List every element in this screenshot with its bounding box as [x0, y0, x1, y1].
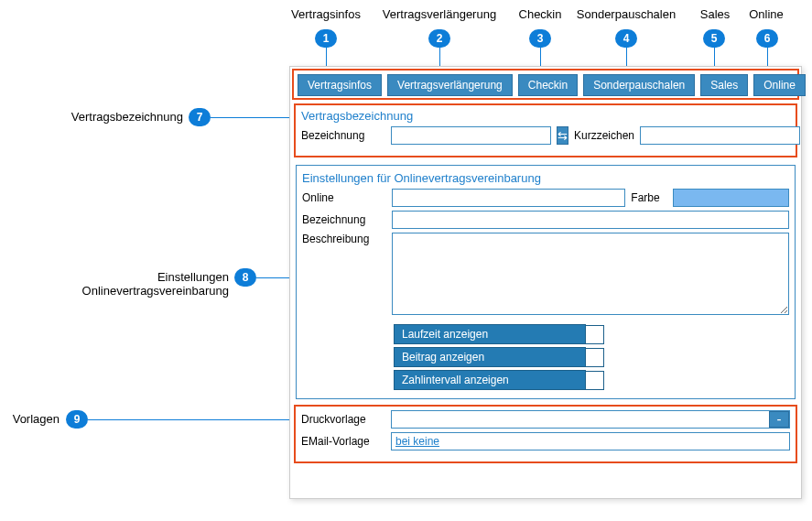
callout-4-label: Sonderpauschalen [571, 7, 681, 21]
input-bezeichnung-2[interactable] [392, 211, 789, 229]
callout-8-bubble: 8 [234, 268, 256, 287]
tab-vertragsverlaengerung[interactable]: Vertragsverlängerung [387, 74, 513, 96]
label-online: Online [302, 191, 386, 204]
callout-2-bubble: 2 [428, 29, 450, 48]
tab-bar: Vertragsinfos Vertragsverlängerung Check… [292, 69, 799, 100]
swap-icon: ⇆ [558, 129, 568, 143]
callout-7-line [211, 117, 289, 118]
tab-vertragsinfos[interactable]: Vertragsinfos [298, 74, 382, 96]
input-online[interactable] [392, 189, 625, 207]
label-beschreibung: Beschreibung [302, 233, 386, 245]
email-vorlage-value[interactable]: bei keine [395, 435, 439, 448]
section-title-einstellungen: Einstellungen für Onlinevertragsvereinba… [302, 171, 789, 185]
callout-6-label: Online [743, 7, 789, 21]
toggle-beitrag: Beitrag anzeigen [394, 347, 604, 367]
toggle-laufzeit: Laufzeit anzeigen [394, 324, 604, 344]
toggle-laufzeit-checkbox[interactable] [586, 325, 604, 344]
toggle-beitrag-checkbox[interactable] [586, 348, 604, 367]
input-bezeichnung[interactable] [391, 126, 551, 145]
callout-5-bubble: 5 [703, 29, 725, 48]
swap-icon-button[interactable]: ⇆ [557, 126, 568, 145]
druckvorlage-clear-button[interactable]: - [769, 411, 789, 428]
label-email-vorlage: EMail-Vorlage [301, 435, 385, 448]
callout-4-bubble: 4 [615, 29, 637, 48]
section-vertragsbezeichnung: Vertragsbezeichnung Bezeichnung ⇆ Kurzze… [294, 103, 797, 157]
callout-9-line [88, 419, 289, 420]
callout-9-bubble: 9 [66, 410, 88, 429]
input-email-vorlage[interactable]: bei keine [391, 432, 790, 450]
color-picker-farbe[interactable] [673, 189, 789, 207]
callout-1-label: Vertragsinfos [289, 7, 363, 21]
main-panel: Vertragsinfos Vertragsverlängerung Check… [289, 66, 802, 499]
callout-8-label: Einstellungen Onlinevertragsvereinbarung [9, 270, 229, 298]
callout-3-bubble: 3 [529, 29, 551, 48]
label-bezeichnung: Bezeichnung [301, 129, 385, 142]
callout-5-label: Sales [692, 7, 738, 21]
toggle-zahlintervall: Zahlintervall anzeigen [394, 370, 604, 390]
textarea-beschreibung[interactable] [392, 233, 789, 315]
tab-checkin[interactable]: Checkin [518, 74, 578, 96]
label-druckvorlage: Druckvorlage [301, 413, 385, 426]
section-title-vertragsbezeichnung: Vertragsbezeichnung [301, 109, 790, 123]
input-kurzzeichen[interactable] [640, 126, 800, 145]
toggle-laufzeit-label: Laufzeit anzeigen [394, 324, 586, 344]
section-online-einstellungen: Einstellungen für Onlinevertragsvereinba… [296, 165, 796, 399]
callout-9-label: Vorlagen [9, 412, 60, 426]
callout-2-label: Vertragsverlängerung [375, 7, 503, 21]
tab-online[interactable]: Online [753, 74, 806, 96]
label-farbe: Farbe [631, 191, 667, 204]
callout-7-label: Vertragsbezeichnung [46, 110, 183, 124]
label-bezeichnung-2: Bezeichnung [302, 213, 386, 226]
section-vorlagen: Druckvorlage - EMail-Vorlage bei keine [294, 405, 797, 463]
callout-1-bubble: 1 [315, 29, 337, 48]
callout-6-bubble: 6 [756, 29, 778, 48]
tab-sonderpauschalen[interactable]: Sonderpauschalen [583, 74, 695, 96]
tab-sales[interactable]: Sales [700, 74, 748, 96]
callout-7-bubble: 7 [189, 108, 211, 126]
label-kurzzeichen: Kurzzeichen [574, 129, 634, 142]
callout-3-label: Checkin [513, 7, 568, 21]
toggle-zahlintervall-label: Zahlintervall anzeigen [394, 370, 586, 390]
callout-8-line [256, 277, 289, 278]
toggle-beitrag-label: Beitrag anzeigen [394, 347, 586, 367]
toggle-zahlintervall-checkbox[interactable] [586, 371, 604, 390]
input-druckvorlage[interactable]: - [391, 410, 790, 429]
